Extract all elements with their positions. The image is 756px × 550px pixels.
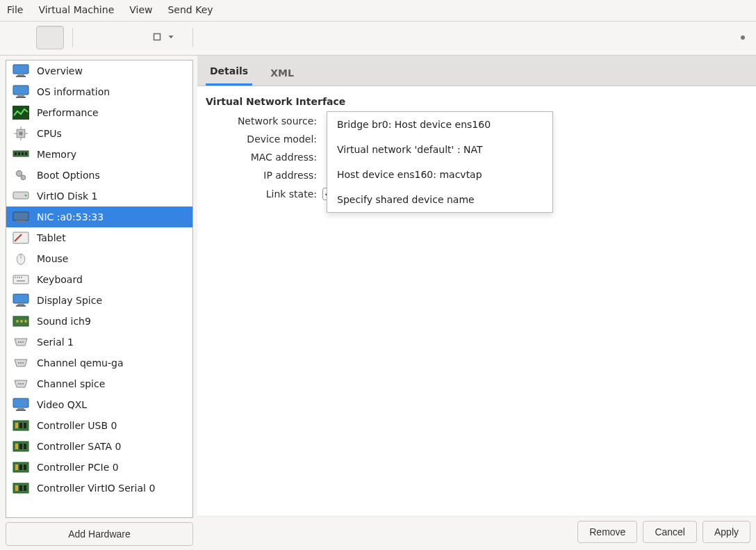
hw-item-performance[interactable]: Performance (6, 102, 192, 123)
serial-port-icon (12, 334, 30, 350)
apply-button[interactable]: Apply (702, 521, 750, 543)
network-source-dropdown[interactable]: Bridge br0: Host device ens160 Virtual n… (327, 111, 553, 213)
hw-item-controller-virtio-serial-0[interactable]: Controller VirtIO Serial 0 (6, 478, 192, 499)
cancel-button[interactable]: Cancel (643, 521, 697, 543)
svg-rect-21 (19, 132, 23, 136)
gears-icon (12, 168, 30, 183)
network-source-option[interactable]: Specify shared device name (327, 187, 552, 212)
hw-item-boot-options[interactable]: Boot Options (6, 165, 192, 186)
hw-item-label: Mouse (37, 253, 68, 264)
hw-item-display-spice[interactable]: Display Spice (6, 290, 192, 311)
svg-rect-18 (16, 97, 26, 98)
chevron-down-icon (166, 32, 176, 44)
hw-item-video-qxl[interactable]: Video QXL (6, 394, 192, 415)
hw-item-label: CPUs (37, 128, 62, 139)
svg-rect-76 (19, 464, 22, 470)
svg-point-54 (18, 341, 19, 343)
remove-button[interactable]: Remove (577, 521, 637, 543)
hw-item-mouse[interactable]: Mouse (6, 248, 192, 269)
svg-rect-37 (13, 232, 28, 243)
tab-details[interactable]: Details (206, 60, 252, 86)
menu-send-key[interactable]: Send Key (167, 4, 213, 15)
hw-item-label: Serial 1 (37, 337, 74, 348)
dot-icon (739, 32, 746, 43)
label-ip-address: IP address: (204, 170, 322, 181)
svg-rect-14 (17, 74, 24, 76)
hw-item-label: NIC :a0:53:33 (37, 211, 104, 223)
menu-file[interactable]: File (7, 4, 23, 15)
network-source-option[interactable]: Bridge br0: Host device ens160 (327, 112, 552, 137)
hw-item-label: Tablet (37, 232, 66, 243)
hw-item-virtio-disk-1[interactable]: VirtIO Disk 1 (6, 186, 192, 207)
hardware-list[interactable]: OverviewOS informationPerformanceCPUsMem… (6, 60, 193, 518)
toolbar-edge-button[interactable] (735, 30, 750, 45)
hw-item-controller-sata-0[interactable]: Controller SATA 0 (6, 436, 192, 457)
svg-rect-28 (18, 152, 20, 155)
svg-rect-47 (13, 294, 28, 303)
hw-item-sound-ich9[interactable]: Sound ich9 (6, 311, 192, 332)
tab-xml[interactable]: XML (266, 62, 298, 86)
label-mac-address: MAC address: (204, 152, 322, 163)
controller-icon (12, 418, 30, 433)
hw-item-controller-usb-0[interactable]: Controller USB 0 (6, 415, 192, 436)
hw-item-overview[interactable]: Overview (6, 60, 192, 81)
hw-item-label: Video QXL (37, 399, 87, 410)
svg-rect-43 (17, 277, 18, 278)
svg-rect-46 (17, 280, 25, 282)
hw-item-tablet[interactable]: Tablet (6, 227, 192, 248)
svg-rect-75 (15, 464, 18, 470)
toolbar-fullscreen-button[interactable] (202, 26, 229, 49)
hw-item-memory[interactable]: Memory (6, 144, 192, 165)
hw-item-os-information[interactable]: OS information (6, 81, 192, 102)
svg-rect-19 (13, 106, 29, 120)
svg-rect-48 (17, 304, 24, 305)
ram-chip-icon (12, 147, 30, 162)
controller-icon (12, 480, 30, 496)
svg-rect-35 (13, 212, 28, 220)
toolbar-console-button[interactable] (6, 26, 33, 49)
keyboard-icon (12, 272, 30, 287)
hw-item-cpus[interactable]: CPUs (6, 123, 192, 144)
toolbar-shutdown-button[interactable] (142, 26, 184, 49)
hw-item-channel-qemu-ga[interactable]: Channel qemu-ga (6, 353, 192, 373)
svg-point-60 (18, 383, 19, 385)
svg-rect-77 (24, 464, 26, 470)
label-network-source: Network source: (204, 115, 322, 127)
svg-point-61 (20, 383, 22, 385)
toolbar-pause-button[interactable] (112, 26, 140, 49)
svg-rect-30 (25, 152, 27, 155)
svg-point-32 (21, 175, 26, 180)
menu-view[interactable]: View (129, 4, 152, 15)
hw-item-label: Channel spice (37, 378, 105, 389)
svg-rect-69 (24, 423, 26, 428)
svg-rect-73 (24, 444, 26, 449)
hw-item-label: Controller VirtIO Serial 0 (37, 483, 155, 494)
hw-item-serial-1[interactable]: Serial 1 (6, 332, 192, 353)
monitor-blue-icon (12, 63, 30, 79)
svg-rect-15 (16, 76, 26, 77)
svg-point-59 (22, 362, 24, 364)
hw-item-label: Sound ich9 (37, 316, 91, 327)
monitor-blue-icon (12, 84, 30, 99)
hw-item-label: Controller SATA 0 (37, 441, 121, 452)
menu-virtual-machine[interactable]: Virtual Machine (38, 4, 114, 15)
toolbar-details-button[interactable] (36, 26, 64, 49)
svg-point-34 (25, 195, 27, 197)
details-tabs: Details XML (197, 56, 756, 86)
hw-item-label: Channel qemu-ga (37, 357, 123, 369)
hw-item-nic-a0-53-33[interactable]: NIC :a0:53:33 (6, 207, 192, 227)
svg-rect-16 (13, 86, 28, 95)
svg-point-57 (18, 362, 19, 364)
hw-item-label: Performance (37, 107, 99, 118)
network-source-option[interactable]: Host device ens160: macvtap (327, 162, 552, 187)
hw-item-keyboard[interactable]: Keyboard (6, 269, 192, 290)
toolbar-run-button[interactable] (81, 26, 109, 49)
svg-point-58 (20, 362, 22, 364)
hw-item-label: Overview (37, 65, 83, 76)
hw-item-label: Display Spice (37, 295, 102, 306)
add-hardware-button[interactable]: Add Hardware (6, 522, 193, 546)
hw-item-channel-spice[interactable]: Channel spice (6, 373, 192, 394)
hw-item-label: VirtIO Disk 1 (37, 191, 97, 202)
network-source-option[interactable]: Virtual network 'default' : NAT (327, 137, 552, 162)
hw-item-controller-pcie-0[interactable]: Controller PCIe 0 (6, 457, 192, 478)
